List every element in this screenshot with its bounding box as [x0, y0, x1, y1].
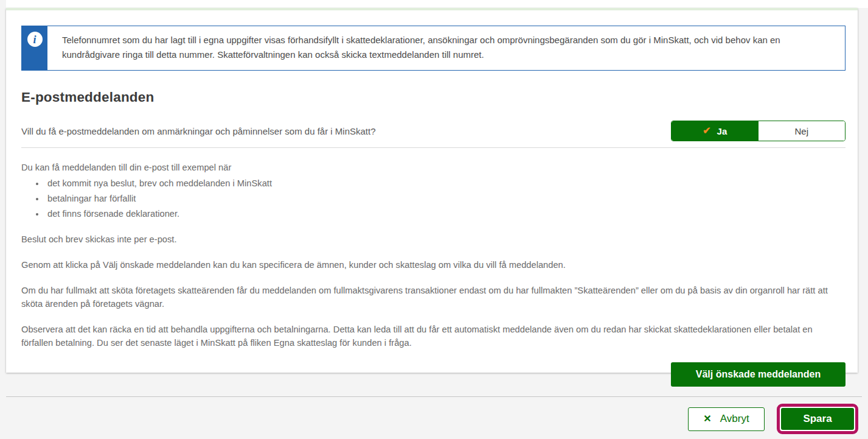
email-notifications-question-row: Vill du få e-postmeddelanden om anmärkni…: [21, 121, 845, 141]
intro-text: Du kan få meddelanden till din e-post ti…: [21, 161, 845, 174]
info-banner: i Telefonnumret som du har lagt till i e…: [21, 26, 845, 71]
question-divider: [21, 147, 845, 148]
footer-actions: ✕ Avbryt Spara: [688, 404, 858, 434]
info-icon: i: [27, 32, 43, 47]
page-title: E-postmeddelanden: [21, 90, 845, 105]
examples-list: det kommit nya beslut, brev och meddelan…: [21, 177, 845, 220]
list-item: betalningar har förfallit: [45, 192, 845, 205]
paragraph: Om du har fullmakt att sköta företagets …: [21, 284, 845, 311]
save-button[interactable]: Spara: [781, 408, 854, 430]
email-notifications-question: Vill du få e-postmeddelanden om anmärkni…: [21, 126, 376, 136]
toggle-yes-option[interactable]: ✔ Ja: [672, 121, 759, 141]
toggle-yes-label: Ja: [717, 126, 727, 136]
close-icon: ✕: [703, 414, 711, 424]
choose-messages-button[interactable]: Välj önskade meddelanden: [671, 362, 845, 387]
toggle-no-option[interactable]: Nej: [759, 121, 845, 141]
info-banner-accent-bar: i: [22, 26, 47, 70]
list-item: det finns försenade deklarationer.: [45, 207, 845, 220]
primary-button-row: Välj önskade meddelanden: [21, 362, 845, 387]
yes-no-toggle: ✔ Ja Nej: [671, 121, 845, 141]
cancel-button-label: Avbryt: [720, 413, 749, 425]
list-item: det kommit nya beslut, brev och meddelan…: [45, 177, 845, 190]
toggle-no-label: Nej: [794, 126, 808, 136]
paragraph: Observera att det kan räcka en tid att b…: [21, 323, 845, 349]
footer-divider: [6, 396, 862, 397]
paragraph: Beslut och brev skickas inte per e-post.: [21, 233, 845, 246]
settings-card: i Telefonnumret som du har lagt till i e…: [6, 8, 858, 373]
info-banner-text: Telefonnumret som du har lagt till i egn…: [47, 26, 845, 70]
cancel-button[interactable]: ✕ Avbryt: [688, 407, 765, 431]
description-content: Du kan få meddelanden till din e-post ti…: [21, 161, 845, 349]
page: i Telefonnumret som du har lagt till i e…: [0, 0, 868, 439]
paragraph: Genom att klicka på Välj önskade meddela…: [21, 258, 845, 272]
check-icon: ✔: [703, 126, 710, 136]
save-button-highlight: Spara: [777, 404, 858, 434]
top-strip: [6, 0, 868, 8]
